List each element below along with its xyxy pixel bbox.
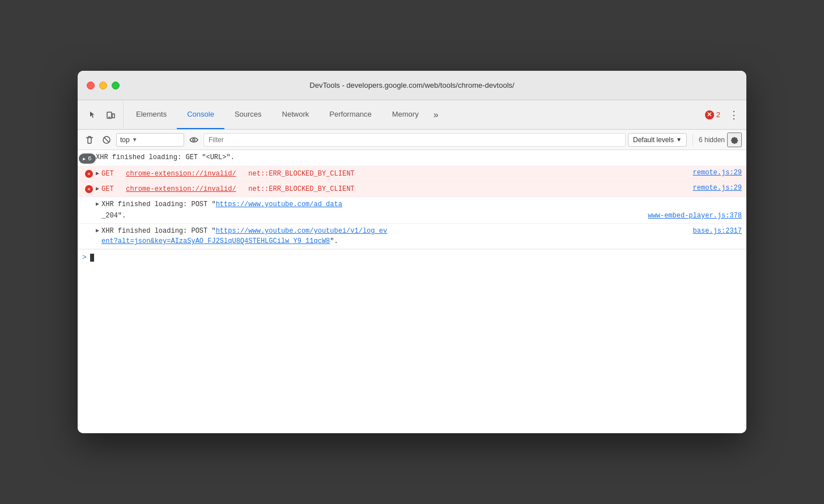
gear-icon <box>730 135 739 144</box>
more-tabs-button[interactable]: » <box>429 100 443 129</box>
xhr-post-content-2: XHR finished loading: POST "https://www.… <box>101 226 742 246</box>
traffic-lights <box>87 82 120 89</box>
xhr-message: XHR finished loading: GET "<URL>". <box>96 153 235 161</box>
expand-icon-2[interactable]: ▶ <box>96 184 99 192</box>
block-requests-button[interactable] <box>99 133 114 147</box>
devtools-menu-button[interactable]: ⋮ <box>726 107 742 123</box>
xhr-post-url-1[interactable]: https://www.youtube.com/ad_data <box>216 200 342 208</box>
log-gutter-2: ✕ <box>82 169 96 178</box>
error-badge[interactable]: ✕ 2 <box>699 100 726 129</box>
xhr-post-content-1: XHR finished loading: POST "https://www.… <box>101 199 742 221</box>
log-entry-xhr1: ▶ 6 XHR finished loading: GET "<URL>". <box>78 150 746 166</box>
source-link-1[interactable]: remote.js:29 <box>684 169 742 177</box>
console-toolbar: top ▼ Default levels ▼ 6 hidden <box>78 130 746 150</box>
devtools-window: DevTools - developers.google.com/web/too… <box>78 71 746 433</box>
error-count: 2 <box>716 110 720 119</box>
context-value: top <box>120 136 130 144</box>
console-cursor <box>90 254 94 262</box>
xhr-count-badge: ▶ 6 <box>79 153 95 164</box>
filter-input[interactable] <box>203 133 626 147</box>
xhr-post-text-1: XHR finished loading: POST " <box>101 200 216 208</box>
minimize-button[interactable] <box>99 82 107 89</box>
source-link-2[interactable]: remote.js:29 <box>684 184 742 192</box>
error-url-2[interactable]: chrome-extension://invalid/ <box>126 185 236 193</box>
error-url-1[interactable]: chrome-extension://invalid/ <box>126 170 236 178</box>
device-toggle-button[interactable] <box>103 107 118 123</box>
hidden-count: 6 hidden <box>699 136 725 144</box>
eye-icon <box>189 135 198 144</box>
tab-network[interactable]: Network <box>272 100 320 129</box>
console-output: ▶ 6 XHR finished loading: GET "<URL>". ✕… <box>78 150 746 433</box>
live-expressions-button[interactable] <box>186 133 201 147</box>
svg-rect-1 <box>112 114 114 118</box>
svg-line-7 <box>104 137 109 142</box>
tab-elements[interactable]: Elements <box>126 100 177 129</box>
error-content-2: GET chrome-extension://invalid/ net::ERR… <box>101 184 684 194</box>
levels-label: Default levels <box>633 136 674 144</box>
xhr-count: 6 <box>88 155 92 162</box>
xhr-post-suffix-1: _204". <box>101 211 126 221</box>
svg-point-8 <box>193 139 195 141</box>
log-entry-xhr3: ▶ XHR finished loading: POST "https://ww… <box>78 224 746 249</box>
close-button[interactable] <box>87 82 95 89</box>
expand-icon-1[interactable]: ▶ <box>96 169 99 177</box>
cursor-icon <box>88 110 97 119</box>
device-icon <box>106 110 115 119</box>
source-link-4[interactable]: base.js:2317 <box>684 226 742 236</box>
error-icon-3: ✕ <box>85 185 93 193</box>
tab-memory[interactable]: Memory <box>382 100 429 129</box>
error-message-2: net::ERR_BLOCKED_BY_CLIENT <box>248 185 354 193</box>
method-label-2: GET <box>101 185 114 193</box>
error-icon: ✕ <box>705 110 714 119</box>
log-levels-button[interactable]: Default levels ▼ <box>628 133 687 147</box>
console-prompt: > <box>82 253 87 262</box>
maximize-button[interactable] <box>112 82 120 89</box>
log-gutter-5 <box>82 226 96 227</box>
log-gutter-4 <box>82 199 96 200</box>
context-selector[interactable]: top ▼ <box>116 133 184 147</box>
window-title: DevTools - developers.google.com/web/too… <box>309 81 514 89</box>
titlebar: DevTools - developers.google.com/web/too… <box>78 71 746 100</box>
clear-icon <box>85 135 94 144</box>
context-dropdown-icon: ▼ <box>132 136 138 143</box>
tab-performance[interactable]: Performance <box>319 100 381 129</box>
expand-icon-4[interactable]: ▶ <box>96 226 99 234</box>
xhr-post-url-2a[interactable]: https://www.youtube.com/youtubei/v1/log_… <box>216 227 387 235</box>
log-entry-error1: ✕ ▶ GET chrome-extension://invalid/ net:… <box>78 166 746 182</box>
log-entry-error2: ✕ ▶ GET chrome-extension://invalid/ net:… <box>78 182 746 197</box>
tabbar: Elements Console Sources Network Perform… <box>78 100 746 130</box>
expand-icon-3[interactable]: ▶ <box>96 199 99 207</box>
inspect-element-button[interactable] <box>84 107 100 123</box>
console-input-row[interactable]: > <box>78 249 746 265</box>
levels-dropdown-icon: ▼ <box>676 136 682 143</box>
error-icon-2: ✕ <box>85 170 93 178</box>
method-label-1: GET <box>101 170 114 178</box>
clear-console-button[interactable] <box>82 133 97 147</box>
console-settings-button[interactable] <box>727 133 742 147</box>
tab-console[interactable]: Console <box>177 100 224 129</box>
xhr-post-url-2b[interactable]: ent?alt=json&key=AIzaSyAO_FJ2SlqU8Q4STEH… <box>101 237 330 245</box>
block-icon <box>102 135 111 144</box>
log-text: XHR finished loading: GET "<URL>". <box>96 152 742 163</box>
play-icon: ▶ <box>83 156 86 161</box>
xhr-post-suffix-2: ". <box>330 237 338 245</box>
xhr-post-text-2a: XHR finished loading: POST " <box>101 227 216 235</box>
log-gutter: ▶ 6 <box>82 152 96 164</box>
error-content-1: GET chrome-extension://invalid/ net::ERR… <box>101 169 684 179</box>
log-entry-xhr2: ▶ XHR finished loading: POST "https://ww… <box>78 197 746 224</box>
tab-sources[interactable]: Sources <box>224 100 272 129</box>
log-gutter-3: ✕ <box>82 184 96 193</box>
tab-icon-group <box>80 100 124 129</box>
source-link-3[interactable]: www-embed-player.js:378 <box>639 211 742 221</box>
toolbar-divider <box>693 134 693 146</box>
error-message-1: net::ERR_BLOCKED_BY_CLIENT <box>248 170 354 178</box>
